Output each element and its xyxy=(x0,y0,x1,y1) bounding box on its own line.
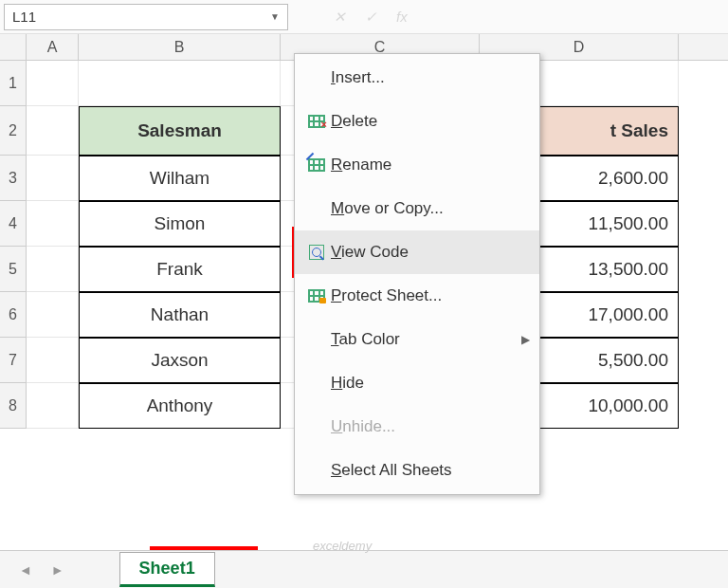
chevron-right-icon: ▶ xyxy=(521,333,530,346)
cell-a4[interactable] xyxy=(27,201,79,247)
cell-a6[interactable] xyxy=(27,292,79,338)
menu-hide[interactable]: Hide xyxy=(295,361,539,405)
row-header-5[interactable]: 5 xyxy=(0,247,27,292)
sheet-context-menu: Insert... Delete Rename Move or Copy... … xyxy=(294,53,540,495)
cell-b3[interactable]: Wilham xyxy=(79,156,281,201)
menu-insert[interactable]: Insert... xyxy=(295,56,539,100)
cell-b5[interactable]: Frank xyxy=(79,247,281,292)
protect-icon xyxy=(302,289,331,303)
menu-view-code[interactable]: View Code xyxy=(295,230,539,274)
formula-bar-row: L11 ▼ ✕ ✓ fx xyxy=(0,0,728,34)
menu-select-all-sheets[interactable]: Select All Sheets xyxy=(295,449,539,492)
column-header-a[interactable]: A xyxy=(27,34,79,60)
sheet-tab-sheet1[interactable]: Sheet1 xyxy=(119,552,215,587)
header-salesman[interactable]: Salesman xyxy=(79,106,281,156)
confirm-icon: ✓ xyxy=(365,9,377,26)
view-code-icon xyxy=(302,245,331,260)
cell-a8[interactable] xyxy=(27,383,79,429)
menu-delete[interactable]: Delete xyxy=(295,100,539,143)
fx-label[interactable]: fx xyxy=(396,9,408,25)
menu-protect-sheet[interactable]: Protect Sheet... xyxy=(295,274,539,318)
chevron-down-icon[interactable]: ▼ xyxy=(270,11,280,22)
cancel-icon: ✕ xyxy=(334,9,346,26)
row-header-6[interactable]: 6 xyxy=(0,292,27,338)
cell-b4[interactable]: Simon xyxy=(79,201,281,247)
name-box[interactable]: L11 ▼ xyxy=(4,4,288,30)
cell-b8[interactable]: Anthony xyxy=(79,383,281,429)
menu-tab-color[interactable]: Tab Color ▶ xyxy=(295,318,539,361)
cell-a5[interactable] xyxy=(27,247,79,292)
sheet-tab-strip: ◄ ► Sheet1 xyxy=(0,550,728,588)
menu-rename[interactable]: Rename xyxy=(295,143,539,187)
cell-a2[interactable] xyxy=(27,106,79,156)
cell-a3[interactable] xyxy=(27,156,79,201)
row-header-4[interactable]: 4 xyxy=(0,201,27,247)
select-all-corner[interactable] xyxy=(0,34,27,60)
row-header-8[interactable]: 8 xyxy=(0,383,27,429)
cell-a1[interactable] xyxy=(27,61,79,106)
row-header-3[interactable]: 3 xyxy=(0,156,27,201)
row-header-1[interactable]: 1 xyxy=(0,61,27,106)
rename-icon xyxy=(302,158,331,172)
cell-b7[interactable]: Jaxson xyxy=(79,338,281,383)
row-header-2[interactable]: 2 xyxy=(0,106,27,156)
column-header-b[interactable]: B xyxy=(79,34,281,60)
watermark: exceldemy xyxy=(313,539,372,553)
menu-unhide: Unhide... xyxy=(295,405,539,449)
formula-bar: ✕ ✓ fx xyxy=(296,9,408,26)
tab-scroll-arrows[interactable]: ◄ ► xyxy=(19,562,72,578)
name-box-value: L11 xyxy=(12,9,270,25)
cell-b1[interactable] xyxy=(79,61,281,106)
row-header-7[interactable]: 7 xyxy=(0,338,27,383)
menu-move-copy[interactable]: Move or Copy... xyxy=(295,187,539,230)
delete-icon xyxy=(302,115,331,128)
cell-a7[interactable] xyxy=(27,338,79,383)
cell-b6[interactable]: Nathan xyxy=(79,292,281,338)
